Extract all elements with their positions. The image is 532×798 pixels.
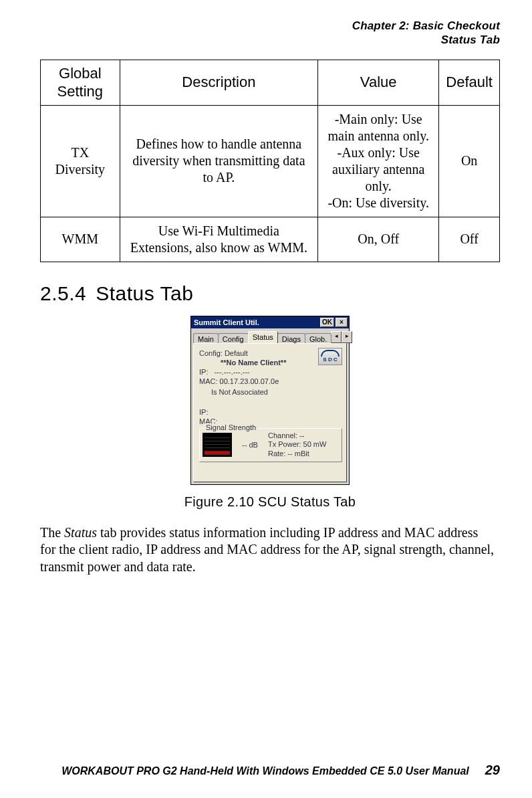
page-footer: WORKABOUT PRO G2 Hand-Held With Windows … [40,763,500,778]
tab-config[interactable]: Config [218,333,249,344]
sdc-logo-icon: S D C [318,348,342,365]
tab-status[interactable]: Status [248,331,278,343]
section-title: Status Tab [96,282,193,304]
global-settings-table: Global Setting Description Value Default… [40,60,500,262]
sdc-logo-text: S D C [323,357,337,363]
close-button[interactable]: × [336,318,348,327]
rate-value: Rate: -- mBit [268,450,326,459]
scu-screenshot: Summit Client Util. OK × Main Config Sta… [190,316,350,485]
cell-default: On [439,105,500,217]
mac-value: 00.17.23.00.07.0e [220,377,279,385]
cell-setting: WMM [41,217,120,262]
section-line: Status Tab [40,33,500,47]
th-value: Value [318,60,439,105]
ap-ip-line: IP: [199,408,342,416]
manual-title: WORKABOUT PRO G2 Hand-Held With Windows … [61,765,469,777]
signal-meter-icon [203,433,232,457]
tab-diags[interactable]: Diags [277,333,305,344]
table-header-row: Global Setting Description Value Default [41,60,500,105]
para-italic: Status [64,525,97,540]
ip-label: IP: [199,368,208,376]
window-title: Summit Client Util. [194,318,319,326]
section-number: 2.5.4 [40,282,86,304]
body-paragraph: The Status tab provides status informati… [40,524,496,576]
para-prefix: The [40,525,64,540]
txpower-value: Tx Power: 50 mW [268,440,326,450]
tab-scroll-left-button[interactable]: ◂ [331,331,342,343]
title-bar: Summit Client Util. OK × [191,316,349,328]
client-mac-line: MAC: 00.17.23.00.07.0e [199,377,342,385]
chapter-line: Chapter 2: Basic Checkout [352,19,500,32]
signal-db-value: -- dB [239,441,261,449]
cell-value: -Main only: Use main antenna only. -Aux … [318,105,439,217]
signal-strength-group: Signal Strength -- dB Channel: -- Tx Pow… [199,428,342,462]
page-number: 29 [485,763,500,778]
tab-scroll: ◂ ▸ [331,331,352,343]
table-row: WMM Use Wi-Fi Multimedia Extensions, als… [41,217,500,262]
cell-value: On, Off [318,217,439,262]
ok-button[interactable]: OK [320,318,334,327]
tab-strip: Main Config Status Diags Glob. ◂ ▸ [191,328,349,343]
section-heading: 2.5.4Status Tab [40,282,500,305]
ip-value: ---.---.---.--- [215,368,250,376]
ip-label: IP: [199,408,208,416]
table-row: TX Diversity Defines how to handle anten… [41,105,500,217]
th-description: Description [120,60,317,105]
channel-value: Channel: -- [268,431,326,441]
th-global-setting: Global Setting [41,60,120,105]
tab-scroll-right-button[interactable]: ▸ [342,331,352,343]
cell-description: Defines how to handle antenna diversity … [120,105,317,217]
th-default: Default [439,60,500,105]
figure-caption: Figure 2.10 SCU Status Tab [40,494,500,510]
scu-window: Summit Client Util. OK × Main Config Sta… [190,316,350,485]
mac-label: MAC: [199,377,218,385]
signal-legend: Signal Strength [204,423,258,431]
client-ip-line: IP: ---.---.---.--- [199,368,342,376]
tab-global[interactable]: Glob. [305,333,331,344]
cell-description: Use Wi-Fi Multimedia Extensions, also kn… [120,217,317,262]
para-rest: tab provides status information includin… [40,525,494,574]
cell-default: Off [439,217,500,262]
cell-setting: TX Diversity [41,105,120,217]
association-status: Is Not Associated [199,388,342,396]
running-header: Chapter 2: Basic Checkout Status Tab [40,19,500,47]
tab-main[interactable]: Main [193,333,219,344]
status-panel: S D C Config: Default **No Name Client**… [193,343,347,482]
signal-info: Channel: -- Tx Power: 50 mW Rate: -- mBi… [268,431,326,459]
